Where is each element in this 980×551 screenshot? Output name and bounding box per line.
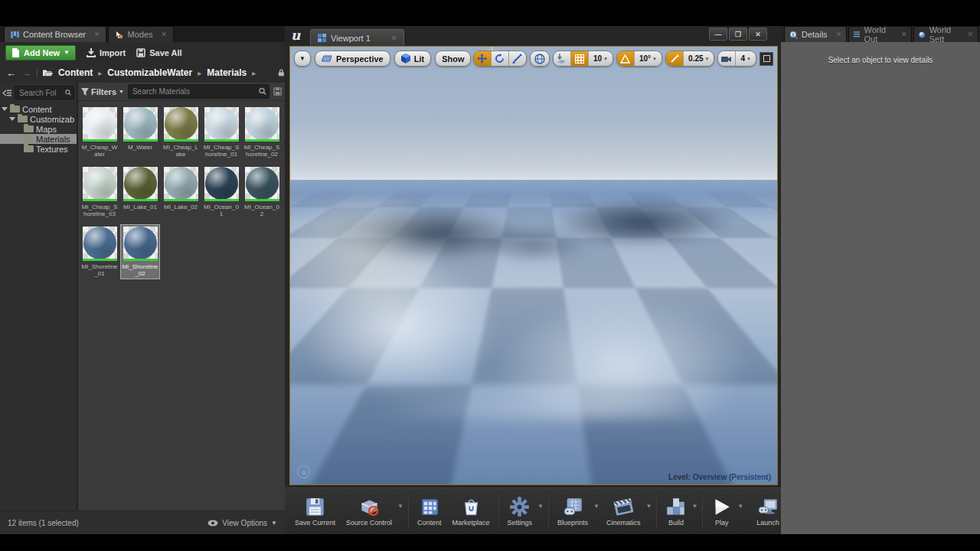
toolbar-separator xyxy=(408,494,409,528)
grid-snap-button[interactable] xyxy=(571,51,589,66)
play-button[interactable]: Play xyxy=(706,495,737,528)
minimize-button[interactable]: — xyxy=(709,28,727,41)
tab-content-browser[interactable]: Content Browser ✕ xyxy=(4,26,106,42)
import-button[interactable]: Import xyxy=(87,48,126,57)
toolbar-separator xyxy=(498,494,499,528)
close-icon[interactable]: ✕ xyxy=(94,31,100,38)
dropdown-caret-icon[interactable]: ▼ xyxy=(537,503,544,510)
maximize-viewport-button[interactable] xyxy=(760,52,773,66)
breadcrumb-item-content[interactable]: Content xyxy=(58,67,93,78)
breadcrumb-item-customizablewater[interactable]: CustomizableWater xyxy=(107,67,192,78)
tab-modes[interactable]: Modes ✕ xyxy=(108,26,174,42)
close-icon[interactable]: ✕ xyxy=(901,31,907,38)
grid-snap-value[interactable]: 10▼ xyxy=(589,51,612,66)
asset-item[interactable]: MI_Cheap_Shoreline_01 xyxy=(201,105,241,160)
new-asset-icon xyxy=(11,48,20,57)
content-button[interactable]: Content xyxy=(412,495,447,528)
chevron-down-icon: ▼ xyxy=(119,89,124,94)
scale-snap-icon xyxy=(670,54,679,64)
asset-item[interactable]: M_Water xyxy=(120,105,160,153)
add-new-button[interactable]: Add New ▼ xyxy=(5,45,76,60)
move-tool-button[interactable] xyxy=(474,51,492,66)
maximize-button[interactable]: ❐ xyxy=(729,28,747,41)
marketplace-button[interactable]: Marketplace xyxy=(447,495,495,528)
dropdown-caret-icon[interactable]: ▼ xyxy=(691,503,697,510)
surface-snap-button[interactable] xyxy=(554,51,571,66)
blueprints-button[interactable]: Blueprints xyxy=(552,495,593,528)
tree-item-content[interactable]: Content xyxy=(0,104,77,114)
dropdown-caret-icon[interactable]: ▼ xyxy=(645,503,652,510)
tree-item-materials[interactable]: Materials xyxy=(0,134,77,144)
rotation-snap-button[interactable] xyxy=(617,51,635,66)
show-button[interactable]: Show xyxy=(435,51,471,67)
transform-tools xyxy=(473,51,527,67)
view-options-button[interactable]: View Options ▼ xyxy=(207,519,277,527)
save-all-button[interactable]: Save All xyxy=(136,48,181,57)
unreal-watermark-icon: u xyxy=(297,465,310,478)
viewport-tab[interactable]: Viewport 1 ✕ xyxy=(310,29,404,46)
asset-search-input[interactable] xyxy=(131,86,259,96)
build-button[interactable]: Build xyxy=(660,495,691,528)
tab-label: Content Browser xyxy=(23,30,86,39)
save-current-button[interactable]: Save Current xyxy=(289,495,341,528)
tab-details[interactable]: i Details ✕ xyxy=(784,26,847,42)
dropdown-caret-icon[interactable]: ▼ xyxy=(737,503,743,510)
dropdown-caret-icon[interactable]: ▼ xyxy=(593,503,599,510)
asset-item[interactable]: MI_Ocean_01 xyxy=(201,165,241,220)
camera-speed-value[interactable]: 4▼ xyxy=(736,51,756,66)
asset-item[interactable]: MI_Cheap_Lake xyxy=(161,105,201,160)
scale-snap-button[interactable] xyxy=(666,51,684,66)
source-control-button[interactable]: Source Control xyxy=(341,495,397,528)
settings-button[interactable]: Settings xyxy=(502,495,538,528)
tab-world-settings[interactable]: World Sett ✕ xyxy=(913,26,978,42)
details-icon: i xyxy=(789,31,798,39)
world-space-button[interactable] xyxy=(531,51,549,66)
lock-icon[interactable] xyxy=(278,68,285,77)
close-button[interactable]: ✕ xyxy=(749,28,767,41)
viewport-options-button[interactable]: ▼ xyxy=(294,51,311,67)
scale-tool-button[interactable] xyxy=(509,51,526,66)
expander-icon[interactable] xyxy=(9,117,15,121)
asset-item[interactable]: MI_Cheap_Shoreline_02 xyxy=(242,105,282,160)
asset-item[interactable]: MI_Shoreline_01 xyxy=(80,224,119,279)
tree-item-customizab[interactable]: Customizab xyxy=(0,114,77,124)
scale-snap-value[interactable]: 0.25▼ xyxy=(684,51,714,66)
expander-icon[interactable] xyxy=(2,107,8,111)
material-thumbnail xyxy=(204,107,239,142)
asset-item[interactable]: MI_Lake_01 xyxy=(120,165,160,213)
close-icon[interactable]: ✕ xyxy=(836,31,842,38)
cinematics-button[interactable]: Cinematics xyxy=(601,495,646,528)
tab-world-outliner[interactable]: World Out ✕ xyxy=(848,26,912,42)
camera-speed-button[interactable] xyxy=(718,51,736,66)
3d-viewport[interactable]: ▼ Perspective Lit Show xyxy=(289,46,778,485)
close-icon[interactable]: ✕ xyxy=(967,31,973,38)
material-thumbnail xyxy=(204,167,239,201)
back-button[interactable]: ← xyxy=(6,67,16,79)
asset-item-selected[interactable]: MI_Shoreline_02 xyxy=(120,224,160,279)
close-icon[interactable]: ✕ xyxy=(162,31,168,38)
rotation-snap-value[interactable]: 10°▼ xyxy=(635,51,662,66)
filter-funnel-icon xyxy=(81,88,89,96)
filters-button[interactable]: Filters ▼ xyxy=(81,87,124,96)
asset-item[interactable]: MI_Cheap_Shoreline_03 xyxy=(80,165,119,220)
tree-item-textures[interactable]: Textures xyxy=(0,144,77,154)
rotate-icon xyxy=(495,54,505,64)
rotate-tool-button[interactable] xyxy=(492,51,509,66)
forward-button[interactable]: → xyxy=(21,67,31,79)
launch-button[interactable]: Launch xyxy=(751,495,785,528)
breadcrumb-item-materials[interactable]: Materials xyxy=(207,67,247,78)
perspective-button[interactable]: Perspective xyxy=(315,51,390,67)
toolbar-separator xyxy=(656,494,657,528)
close-icon[interactable]: ✕ xyxy=(391,34,397,42)
collapse-sources-icon[interactable] xyxy=(2,89,12,97)
asset-item[interactable]: MI_Lake_02 xyxy=(161,165,201,213)
save-search-icon[interactable] xyxy=(273,87,282,96)
folder-search-input[interactable] xyxy=(18,88,65,98)
tree-item-maps[interactable]: Maps xyxy=(0,124,77,134)
lit-button[interactable]: Lit xyxy=(394,51,431,67)
folder-icon xyxy=(10,106,20,112)
right-tabstrip: i Details ✕ World Out ✕ World Sett ✕ xyxy=(781,26,980,42)
dropdown-caret-icon[interactable]: ▼ xyxy=(397,503,403,510)
asset-item[interactable]: M_Cheap_Water xyxy=(80,105,119,160)
asset-item[interactable]: MI_Ocean_02 xyxy=(242,165,282,220)
